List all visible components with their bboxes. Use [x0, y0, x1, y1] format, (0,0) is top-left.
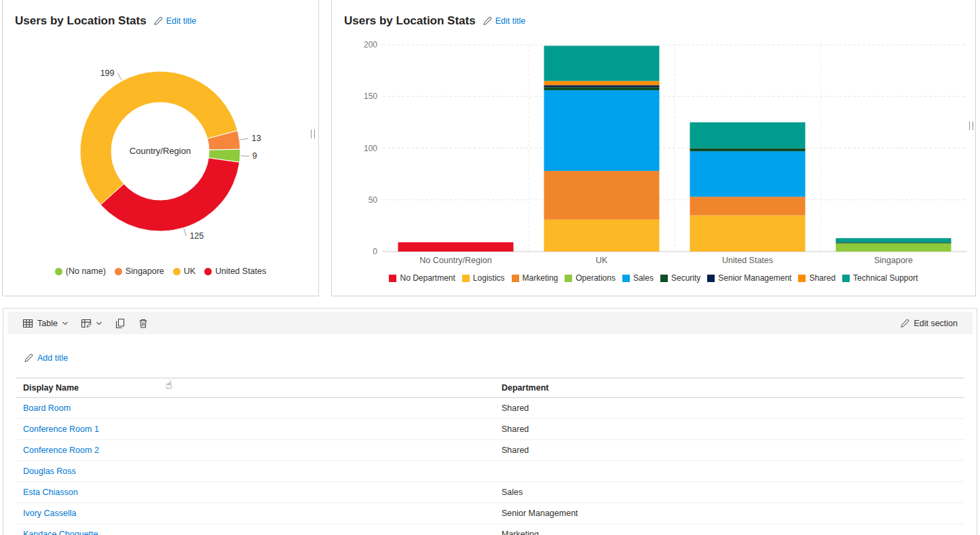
legend-label: No Department — [400, 273, 455, 283]
trash-icon — [138, 318, 149, 329]
bar-chart[interactable]: 050100150200No Country/RegionUKUnited St… — [362, 33, 970, 270]
legend-swatch — [842, 275, 850, 282]
pencil-icon — [24, 353, 33, 363]
y-axis-tick: 200 — [364, 40, 377, 49]
table-section: Table Edit — [3, 308, 977, 535]
resize-handle[interactable] — [311, 130, 315, 138]
bar-segment[interactable] — [690, 122, 806, 148]
display-name-link[interactable]: Esta Chiasson — [23, 488, 78, 497]
edit-title-button[interactable]: Edit title — [153, 16, 196, 26]
display-name-cell: Douglas Ross — [16, 467, 495, 476]
legend-swatch — [173, 268, 181, 275]
donut-card-header: Users by Location Stats Edit title — [15, 14, 196, 28]
edit-columns-dropdown[interactable] — [75, 315, 108, 332]
column-header-display-name[interactable]: Display Name — [16, 383, 495, 393]
bar-segment[interactable] — [544, 90, 660, 171]
bar-segment[interactable] — [544, 220, 660, 252]
display-name-link[interactable]: Ivory Cassella — [23, 509, 77, 518]
chevron-down-icon — [96, 320, 102, 326]
bar-segment[interactable] — [544, 46, 660, 81]
bar-segment[interactable] — [544, 171, 660, 220]
legend-swatch — [660, 275, 668, 282]
legend-label: Sales — [633, 273, 654, 283]
display-name-link[interactable]: Conference Room 2 — [23, 445, 99, 455]
add-title-button[interactable]: Add title — [24, 353, 68, 363]
legend-label: United States — [215, 266, 266, 276]
edit-title-label: Edit title — [495, 16, 525, 26]
legend-item[interactable]: Senior Management — [707, 273, 791, 283]
legend-item[interactable]: Singapore — [115, 266, 164, 276]
legend-label: Marketing — [523, 273, 559, 283]
bar-segment[interactable] — [544, 85, 660, 87]
legend-swatch — [707, 275, 715, 282]
edit-section-button[interactable]: Edit section — [894, 316, 963, 331]
card-title: Users by Location Stats — [344, 14, 476, 28]
legend-item[interactable]: Shared — [798, 273, 835, 283]
x-axis-label: Singapore — [874, 256, 913, 265]
department-cell: Sales — [495, 488, 964, 497]
table-header-row: Display Name Department — [16, 378, 964, 398]
table-body: Board RoomSharedConference Room 1SharedC… — [16, 398, 964, 535]
chevron-down-icon — [62, 320, 69, 326]
display-name-cell: Esta Chiasson — [16, 488, 495, 497]
edit-title-label: Edit title — [166, 16, 196, 26]
resize-handle[interactable] — [969, 121, 973, 130]
legend-item[interactable]: UK — [173, 266, 195, 276]
donut-slice[interactable] — [100, 158, 240, 231]
display-name-link[interactable]: Conference Room 1 — [23, 424, 99, 434]
bar-segment[interactable] — [690, 151, 806, 197]
legend-item[interactable]: Technical Support — [842, 273, 918, 283]
display-name-cell: Kandace Choquette — [16, 530, 495, 535]
legend-label: (No name) — [66, 266, 106, 276]
legend-label: Senior Management — [718, 273, 791, 283]
legend-item[interactable]: (No name) — [55, 266, 106, 276]
bar-segment[interactable] — [690, 197, 806, 215]
bar-chart-card: Users by Location Stats Edit title 05010… — [331, 0, 976, 296]
x-axis-label: No Country/Region — [419, 256, 491, 265]
bar-segment[interactable] — [398, 242, 514, 252]
department-cell: Marketing — [495, 530, 964, 535]
x-axis-label: UK — [596, 256, 608, 265]
table-icon — [22, 318, 33, 329]
department-cell: Senior Management — [495, 509, 964, 518]
bar-segment[interactable] — [836, 242, 951, 243]
legend-item[interactable]: Operations — [565, 273, 616, 283]
legend-item[interactable]: United States — [204, 266, 266, 276]
edit-section-label: Edit section — [913, 319, 958, 328]
department-cell: Shared — [495, 403, 964, 413]
legend-swatch — [622, 275, 630, 282]
label-leader-line — [184, 229, 187, 237]
y-axis-tick: 100 — [364, 144, 377, 153]
copy-button[interactable] — [109, 315, 131, 332]
bar-segment[interactable] — [836, 243, 951, 252]
legend-item[interactable]: Sales — [622, 273, 654, 283]
display-name-link[interactable]: Douglas Ross — [23, 467, 76, 476]
table-row: Conference Room 2Shared — [16, 440, 964, 461]
bar-card-header: Users by Location Stats Edit title — [344, 14, 525, 28]
y-axis-tick: 150 — [364, 92, 377, 101]
legend-item[interactable]: Security — [660, 273, 700, 283]
bar-segment[interactable] — [836, 238, 951, 242]
legend-label: Security — [671, 273, 700, 283]
donut-value-label: 199 — [100, 68, 115, 78]
display-name-link[interactable]: Kandace Choquette — [23, 530, 98, 535]
display-name-link[interactable]: Board Room — [23, 403, 71, 413]
label-leader-line — [118, 73, 122, 81]
legend-item[interactable]: Logistics — [462, 273, 505, 283]
column-header-department[interactable]: Department — [495, 383, 964, 393]
bar-segment[interactable] — [690, 216, 806, 252]
donut-value-label: 9 — [252, 151, 257, 161]
bar-segment[interactable] — [690, 148, 806, 152]
table-row: Esta ChiassonSales — [16, 482, 964, 503]
legend-item[interactable]: Marketing — [512, 273, 559, 283]
legend-item[interactable]: No Department — [389, 273, 455, 283]
delete-button[interactable] — [132, 315, 154, 332]
bar-segment[interactable] — [544, 87, 660, 91]
pencil-icon — [900, 319, 909, 328]
table-row: Board RoomShared — [16, 398, 964, 419]
bar-segment[interactable] — [544, 81, 660, 85]
table-row: Kandace ChoquetteMarketing — [16, 524, 964, 535]
table-type-dropdown[interactable]: Table — [17, 315, 74, 332]
donut-chart[interactable]: 199139125Country/Region — [3, 36, 318, 239]
edit-title-button[interactable]: Edit title — [483, 16, 525, 26]
